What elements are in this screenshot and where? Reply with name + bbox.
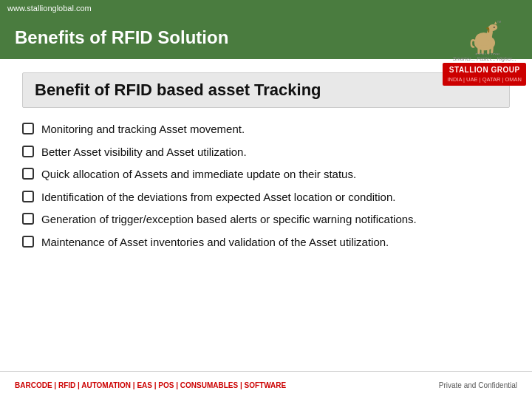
benefit-text: Better Asset visibility and Asset utiliz… [41,144,510,161]
footer-barcodes-label: BARCODE | RFID | AUTOMATION | EAS | POS … [15,381,286,389]
url-text: www.stallionglobal.com [7,4,92,13]
benefit-item-2: Better Asset visibility and Asset utiliz… [22,144,510,161]
benefit-text: Identification of the deviations from ex… [41,189,510,206]
benefit-text: Monitoring and tracking Asset movement. [41,121,510,138]
checkbox-icon [22,123,34,134]
logo-wrapper: TM STALLION Smarter... Faster... Higher.… [443,19,526,86]
svg-text:STALLION: STALLION [475,52,499,55]
stallion-badge: STALLION GROUP INDIA | UAE | QATAR | OMA… [443,63,526,86]
svg-point-5 [494,27,495,28]
benefit-text: Maintenance of Asset inventories and val… [41,234,510,251]
page-footer: BARCODE | RFID | AUTOMATION | EAS | POS … [0,371,532,399]
svg-text:TM: TM [497,21,501,24]
checkbox-icon [22,213,34,225]
main-content: Benefit of RFID based asset Tracking Mon… [0,59,532,264]
badge-countries: INDIA | UAE | QATAR | OMAN [447,75,522,83]
header-left: Benefits of RFID Solution [15,27,228,48]
benefit-item-1: Monitoring and tracking Asset movement. [22,121,510,138]
footer-confidential: Private and Confidential [439,381,517,389]
benefit-item-5: Generation of trigger/exception based al… [22,211,510,228]
page-title: Benefits of RFID Solution [15,27,228,48]
benefit-list: Monitoring and tracking Asset movement. … [22,121,510,250]
benefit-item-6: Maintenance of Asset inventories and val… [22,234,510,251]
benefit-item-4: Identification of the deviations from ex… [22,189,510,206]
checkbox-icon [22,236,34,248]
stallion-horse-icon: TM STALLION [466,19,504,55]
benefit-item-3: Quick allocation of Assets and immediate… [22,166,510,183]
checkbox-icon [22,191,34,202]
top-bar: www.stallionglobal.com [0,0,532,16]
benefit-text: Quick allocation of Assets and immediate… [41,166,510,183]
benefit-text: Generation of trigger/exception based al… [41,211,510,228]
subtitle-box: Benefit of RFID based asset Tracking [22,72,510,108]
checkbox-icon [22,146,34,157]
smarter-text: Smarter... Faster... Higher... [453,56,516,61]
subtitle-heading: Benefit of RFID based asset Tracking [35,81,497,100]
checkbox-icon [22,168,34,180]
page-header: Benefits of RFID Solution [0,16,532,59]
badge-name: STALLION GROUP [447,64,522,75]
